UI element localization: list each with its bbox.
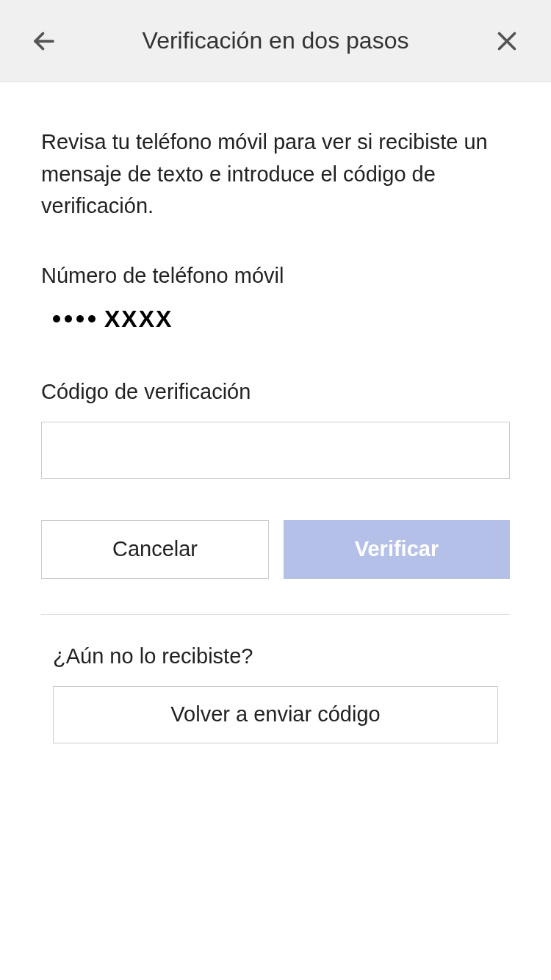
phone-number-display: XXXX <box>41 306 510 333</box>
verify-button-label: Verificar <box>355 537 439 561</box>
action-buttons: Cancelar Verificar <box>41 520 510 579</box>
mask-dot-icon <box>53 315 60 323</box>
resend-prompt: ¿Aún no lo recibiste? <box>53 644 498 669</box>
header: Verificación en dos pasos <box>0 0 551 82</box>
mask-dot-icon <box>88 315 96 323</box>
close-icon <box>494 28 520 54</box>
verification-code-input[interactable] <box>41 422 510 479</box>
resend-button-label: Volver a enviar código <box>170 702 380 727</box>
mask-dot-icon <box>76 315 84 323</box>
code-label: Código de verificación <box>41 380 510 404</box>
cancel-button-label: Cancelar <box>112 537 198 561</box>
arrow-left-icon <box>31 28 57 54</box>
main-content: Revisa tu teléfono móvil para ver si rec… <box>0 82 551 743</box>
cancel-button[interactable]: Cancelar <box>41 520 269 579</box>
phone-label: Número de teléfono móvil <box>41 264 510 288</box>
phone-masked-text: XXXX <box>104 306 173 333</box>
resend-section: ¿Aún no lo recibiste? Volver a enviar có… <box>41 644 510 743</box>
resend-code-button[interactable]: Volver a enviar código <box>53 686 498 743</box>
instruction-text: Revisa tu teléfono móvil para ver si rec… <box>41 126 510 223</box>
page-title: Verificación en dos pasos <box>59 27 492 54</box>
back-button[interactable] <box>29 26 59 56</box>
close-button[interactable] <box>492 26 522 56</box>
mask-dot-icon <box>65 315 72 323</box>
verify-button[interactable]: Verificar <box>284 520 510 579</box>
divider <box>41 614 510 615</box>
